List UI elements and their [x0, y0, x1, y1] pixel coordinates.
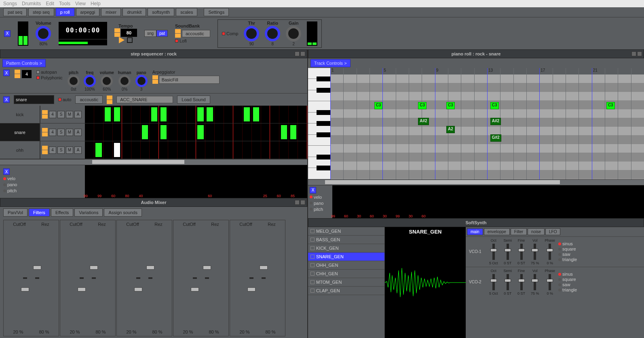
pano-radio[interactable]	[3, 183, 6, 186]
steps-value[interactable]: 4	[22, 70, 32, 78]
rez-fader[interactable]	[148, 260, 152, 296]
cutoff-fader[interactable]	[193, 260, 197, 296]
thr-knob[interactable]	[244, 26, 259, 41]
rez-fader[interactable]	[35, 260, 39, 296]
menu-view[interactable]: View	[75, 1, 86, 6]
sample-down-icon[interactable]	[107, 100, 112, 104]
generator-item[interactable]: KICK_GEN	[308, 244, 384, 253]
generator-item[interactable]: CLAP_GEN	[308, 287, 384, 295]
proll-max-icon[interactable]	[637, 51, 642, 56]
menu-drumkits[interactable]: Drumkits	[22, 1, 41, 6]
volume-ctl-knob[interactable]	[101, 75, 113, 87]
steps-up-icon[interactable]	[15, 70, 20, 74]
pat-option[interactable]: pat	[156, 30, 168, 37]
gen-checkbox[interactable]	[310, 255, 315, 259]
vco-slider[interactable]: Vol75 %	[531, 238, 539, 265]
synth-tab-envelope[interactable]: enveloppe	[484, 228, 510, 235]
arm-button[interactable]: A	[74, 129, 82, 136]
vco-slider[interactable]: Semi0 ST	[504, 238, 512, 265]
lofi-checkbox[interactable]	[175, 39, 178, 43]
track-steps-down-icon[interactable]	[42, 115, 48, 119]
menu-tools[interactable]: Tools	[59, 1, 70, 6]
polyphonic-checkbox[interactable]	[36, 76, 40, 79]
soundbank-select[interactable]: accoustic	[182, 30, 210, 37]
piano-note[interactable]: C3	[606, 102, 615, 109]
gen-checkbox[interactable]	[310, 280, 315, 284]
menu-edit[interactable]: Edit	[46, 1, 54, 6]
pattern-controls-button[interactable]: Pattern Controls >	[2, 59, 46, 67]
cutoff-fader[interactable]	[23, 260, 27, 296]
wave-radio[interactable]: sinus	[558, 272, 577, 276]
human-knob[interactable]	[118, 75, 131, 87]
tab-softsynth[interactable]: softsynth	[148, 8, 174, 16]
step-grid-kick[interactable]	[85, 106, 307, 123]
velocity-bars[interactable]: 999960804060256085	[85, 165, 307, 198]
tab-pat-seq[interactable]: pat seq	[3, 8, 27, 16]
wave-radio[interactable]: triangle	[558, 257, 577, 262]
tempo-value[interactable]: 80	[121, 29, 137, 37]
volume-knob[interactable]	[36, 26, 51, 41]
tempo-down-icon[interactable]	[114, 33, 120, 37]
vco-slider[interactable]: Fine0 ST	[517, 238, 525, 265]
ratio-knob[interactable]	[265, 26, 280, 41]
mute-button[interactable]: M	[66, 129, 73, 136]
track-steps-down-icon[interactable]	[42, 132, 48, 136]
arp-select[interactable]: BasicFill	[159, 76, 220, 84]
autopan-checkbox[interactable]	[36, 70, 40, 74]
piano-note[interactable]: C3	[374, 102, 383, 109]
generator-item[interactable]: MTOM_GEN	[308, 278, 384, 287]
tab-drumkit[interactable]: drumkit	[122, 8, 146, 16]
piano-note[interactable]: C3	[418, 102, 427, 109]
steps-down-icon[interactable]	[15, 74, 20, 78]
piano-note[interactable]: C3	[446, 102, 455, 109]
piano-note[interactable]: G#2	[490, 134, 501, 142]
proll-velo-radio[interactable]	[310, 196, 312, 198]
mute-button[interactable]: M	[66, 111, 73, 118]
velo-radio[interactable]	[3, 177, 6, 180]
gen-checkbox[interactable]	[310, 246, 315, 250]
gain-knob[interactable]	[286, 26, 301, 41]
close-proll-velo-button[interactable]: X	[310, 187, 316, 193]
synth-tab-noise[interactable]: noise	[528, 228, 545, 235]
proll-pitch-radio[interactable]	[310, 208, 312, 210]
proll-pano-radio[interactable]	[310, 202, 312, 204]
cutoff-fader[interactable]	[249, 260, 253, 296]
arp-down-icon[interactable]	[152, 80, 158, 84]
synth-tab-filter[interactable]: Filter	[511, 228, 527, 235]
menu-help[interactable]: Help	[91, 1, 101, 6]
generator-item[interactable]: CHH_GEN	[308, 270, 384, 278]
mixer-tab-effects[interactable]: Effects	[51, 208, 73, 217]
mixer-tab-filters[interactable]: Filters	[29, 208, 50, 217]
track-name[interactable]: kick	[0, 106, 40, 123]
soundbank-up-icon[interactable]	[175, 29, 181, 33]
generator-item[interactable]: BASS_GEN	[308, 236, 384, 244]
soundbank-down-icon[interactable]	[175, 34, 181, 38]
close-velo-button[interactable]: X	[3, 168, 10, 175]
solo-button[interactable]: S	[57, 111, 65, 118]
track-steps-down-icon[interactable]	[42, 150, 48, 154]
gen-checkbox[interactable]	[310, 289, 315, 293]
close-transport-button[interactable]: X	[4, 30, 11, 37]
wave-radio[interactable]: square	[558, 247, 577, 251]
track-steps-val[interactable]: 4	[49, 129, 56, 136]
vco-slider[interactable]: Fine0 ST	[517, 269, 525, 295]
vco-slider[interactable]: Phase0 %	[545, 269, 555, 295]
gen-checkbox[interactable]	[310, 272, 315, 276]
solo-button[interactable]: S	[57, 147, 65, 154]
cutoff-fader[interactable]	[136, 260, 140, 296]
generator-item[interactable]: MELO_GEN	[308, 227, 384, 236]
track-steps-val[interactable]: 4	[49, 147, 56, 154]
stepseq-max-icon[interactable]	[300, 51, 305, 56]
sample-up-icon[interactable]	[107, 96, 112, 100]
track-name[interactable]: snare	[0, 123, 40, 141]
proll-min-icon[interactable]	[631, 51, 636, 56]
track-steps-up-icon[interactable]	[42, 110, 48, 114]
solo-button[interactable]: S	[57, 129, 65, 136]
wave-radio[interactable]: square	[558, 277, 577, 282]
track-steps-up-icon[interactable]	[42, 146, 48, 150]
pano-knob[interactable]	[135, 75, 148, 87]
vco-slider[interactable]: Oct5 Oct	[489, 238, 498, 265]
piano-note[interactable]: C3	[490, 102, 499, 109]
mute-button[interactable]: M	[66, 147, 73, 154]
piano-note[interactable]: A#2	[490, 118, 501, 125]
